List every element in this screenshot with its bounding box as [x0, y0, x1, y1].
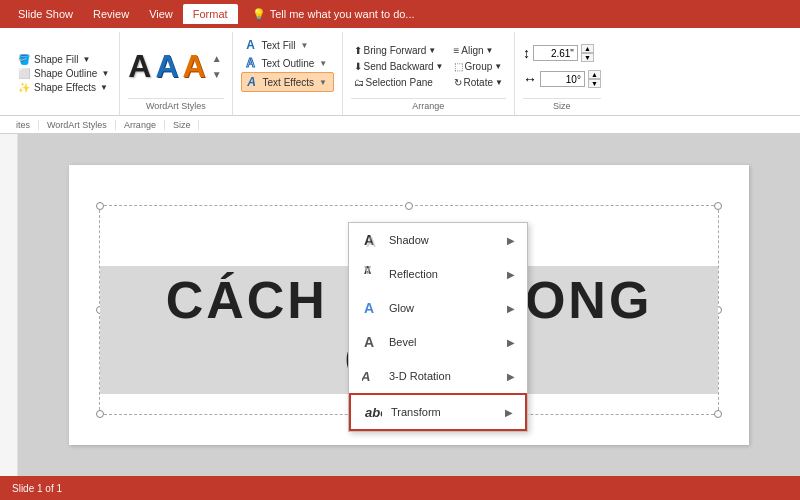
- text-effects-arrow: ▼: [319, 78, 327, 87]
- align-button[interactable]: ≡ Align ▼: [451, 43, 506, 58]
- transform-menu-item[interactable]: abc Transform ▶: [349, 393, 527, 431]
- glow-icon: A: [361, 298, 381, 318]
- shadow-arrow: ▶: [507, 235, 515, 246]
- wordart-style-2[interactable]: A: [155, 50, 178, 82]
- menu-slideshow[interactable]: Slide Show: [8, 4, 83, 24]
- wordart-scroll-down[interactable]: ▼: [210, 67, 224, 82]
- size-label: Size: [523, 98, 601, 111]
- text-effects-section: A Text Fill ▼ A Text Outline ▼ A Text Ef…: [233, 32, 343, 115]
- bring-forward-icon: ⬆: [354, 45, 362, 56]
- reflection-arrow: ▶: [507, 269, 515, 280]
- handle-tm[interactable]: [405, 202, 413, 210]
- shadow-label: Shadow: [389, 234, 429, 246]
- group-button[interactable]: ⬚ Group ▼: [451, 59, 506, 74]
- text-effects-icon: A: [245, 75, 259, 89]
- handle-bl[interactable]: [96, 410, 104, 418]
- glow-menu-item[interactable]: A Glow ▶: [349, 291, 527, 325]
- ribbon-bottom: ites WordArt Styles Arrange Size: [0, 116, 800, 134]
- height-input[interactable]: [533, 45, 578, 61]
- wordart-scroll-up[interactable]: ▲: [210, 51, 224, 66]
- bevel-icon: A: [361, 332, 381, 352]
- svg-text:A: A: [366, 234, 376, 249]
- text-outline-arrow: ▼: [319, 59, 327, 68]
- shape-effects-button[interactable]: ✨ Shape Effects ▼: [16, 81, 111, 94]
- handle-tr[interactable]: [714, 202, 722, 210]
- menu-bar: Slide Show Review View Format 💡 Tell me …: [0, 0, 800, 28]
- text-outline-icon: A: [244, 56, 258, 70]
- shadow-menu-item[interactable]: A A Shadow ▶: [349, 223, 527, 257]
- height-row: ↕ ▲ ▼: [523, 44, 601, 62]
- menu-format[interactable]: Format: [183, 4, 238, 24]
- text-effects-dropdown: A A Shadow ▶ A A Reflection: [348, 222, 528, 432]
- text-fill-button[interactable]: A Text Fill ▼: [241, 36, 334, 54]
- shape-outline-icon: ⬜: [18, 68, 30, 79]
- width-row: ↔ ▲ ▼: [523, 70, 601, 88]
- 3d-rotation-icon: A: [361, 366, 381, 386]
- height-down-button[interactable]: ▼: [581, 53, 594, 62]
- text-fill-icon: A: [244, 38, 258, 52]
- wordart-section: A A A ▲ ▼ WordArt Styles: [120, 32, 232, 115]
- reflection-icon: A A: [361, 264, 381, 284]
- rotate-arrow: ▼: [495, 78, 503, 87]
- bevel-menu-item[interactable]: A Bevel ▶: [349, 325, 527, 359]
- arrange-label: Arrange: [351, 98, 506, 111]
- group-arrow: ▼: [494, 62, 502, 71]
- text-fill-arrow: ▼: [300, 41, 308, 50]
- wordart-section-label: WordArt Styles: [128, 98, 223, 111]
- bring-forward-arrow: ▼: [428, 46, 436, 55]
- handle-tl[interactable]: [96, 202, 104, 210]
- svg-text:A: A: [364, 265, 371, 275]
- width-down-button[interactable]: ▼: [588, 79, 601, 88]
- transform-icon: abc: [363, 402, 383, 422]
- shape-fill-icon: 🪣: [18, 54, 30, 65]
- bevel-arrow: ▶: [507, 337, 515, 348]
- size-section: ↕ ▲ ▼ ↔ ▲ ▼ Size: [515, 32, 609, 115]
- svg-text:A: A: [364, 300, 374, 316]
- selection-pane-icon: 🗂: [354, 77, 364, 88]
- rotate-icon: ↻: [454, 77, 462, 88]
- 3d-rotation-arrow: ▶: [507, 371, 515, 382]
- bring-forward-button[interactable]: ⬆ Bring Forward ▼: [351, 43, 447, 58]
- text-outline-button[interactable]: A Text Outline ▼: [241, 54, 334, 72]
- reflection-menu-item[interactable]: A A Reflection ▶: [349, 257, 527, 291]
- size-bottom-label: Size: [165, 120, 200, 130]
- menu-review[interactable]: Review: [83, 4, 139, 24]
- height-icon: ↕: [523, 45, 530, 61]
- slide-outer: CÁCH LÀM CONG CHỮ A A Shadow ▶: [0, 134, 800, 476]
- shape-fill-button[interactable]: 🪣 Shape Fill ▼: [16, 53, 111, 66]
- align-arrow: ▼: [486, 46, 494, 55]
- svg-text:A: A: [362, 369, 373, 384]
- send-backward-button[interactable]: ⬇ Send Backward ▼: [351, 59, 447, 74]
- selection-pane-button[interactable]: 🗂 Selection Pane: [351, 75, 447, 90]
- 3d-rotation-menu-item[interactable]: A 3-D Rotation ▶: [349, 359, 527, 393]
- bevel-label: Bevel: [389, 336, 417, 348]
- shape-outline-button[interactable]: ⬜ Shape Outline ▼: [16, 67, 111, 80]
- svg-text:A: A: [364, 334, 374, 350]
- align-icon: ≡: [454, 45, 460, 56]
- handle-br[interactable]: [714, 410, 722, 418]
- wordart-style-3[interactable]: A: [183, 50, 206, 82]
- wordart-letters: A A A ▲ ▼: [128, 36, 223, 96]
- wordart-style-1[interactable]: A: [128, 50, 151, 82]
- tell-me-text[interactable]: Tell me what you want to do...: [270, 8, 415, 20]
- svg-text:abc: abc: [365, 405, 382, 420]
- rotate-angle-icon: ↔: [523, 71, 537, 87]
- shape-tools-section: 🪣 Shape Fill ▼ ⬜ Shape Outline ▼ ✨ Shape…: [8, 32, 120, 115]
- rotate-button[interactable]: ↻ Rotate ▼: [451, 75, 506, 90]
- chevron-outline-icon: ▼: [101, 69, 109, 78]
- glow-arrow: ▶: [507, 303, 515, 314]
- ites-label: ites: [8, 120, 39, 130]
- transform-label: Transform: [391, 406, 441, 418]
- shadow-icon: A A: [361, 230, 381, 250]
- chevron-effects-icon: ▼: [100, 83, 108, 92]
- width-up-button[interactable]: ▲: [588, 70, 601, 79]
- group-icon: ⬚: [454, 61, 463, 72]
- left-panel: [0, 134, 18, 476]
- menu-view[interactable]: View: [139, 4, 183, 24]
- height-up-button[interactable]: ▲: [581, 44, 594, 53]
- arrange-section: ⬆ Bring Forward ▼ ⬇ Send Backward ▼ 🗂 Se…: [343, 32, 515, 115]
- glow-label: Glow: [389, 302, 414, 314]
- reflection-label: Reflection: [389, 268, 438, 280]
- text-effects-button[interactable]: A Text Effects ▼: [241, 72, 334, 92]
- width-input[interactable]: [540, 71, 585, 87]
